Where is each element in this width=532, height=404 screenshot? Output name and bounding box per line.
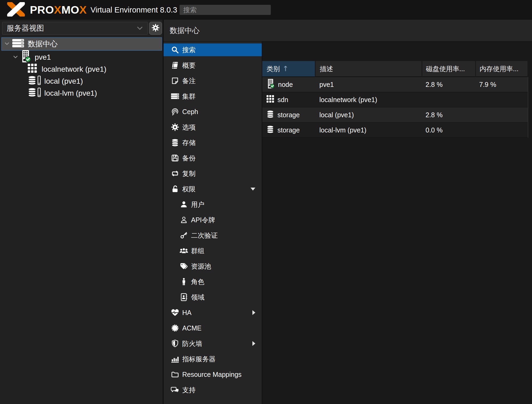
table-row[interactable]: sdn localnetwork (pve1) (262, 92, 528, 107)
tree-item-label: local-lvm (pve1) (44, 89, 97, 98)
node-building-check-icon (20, 50, 31, 64)
unlock-icon (170, 184, 180, 194)
search-input[interactable] (180, 5, 271, 15)
storage-drive-icon (28, 87, 41, 99)
sort-asc-icon: ↑ (283, 64, 289, 73)
node-building-check-icon (267, 79, 275, 90)
resource-tree-panel: 服务器视图 (0, 20, 163, 404)
collapse-arrow-icon[interactable] (251, 188, 255, 191)
tree-item-label: local (pve1) (44, 77, 83, 86)
address-book-icon (179, 292, 189, 302)
expand-arrow-icon[interactable] (252, 341, 255, 346)
database-icon (267, 110, 274, 120)
sdn-grid-icon (267, 95, 274, 104)
column-header-disk-usage[interactable]: 磁盘使用率... (422, 61, 475, 77)
menu-item-summary[interactable]: 概要 (164, 58, 262, 73)
menu-item-backup[interactable]: 备份 (164, 150, 262, 166)
search-results-table: 类别↑ 描述 磁盘使用率... 内存使用率... node pve1 2.8 %… (262, 61, 528, 138)
menu-item-firewall[interactable]: 防火墙 (164, 336, 262, 351)
tree-settings-button[interactable] (149, 22, 162, 35)
key-icon (179, 231, 189, 240)
version-label: Virtual Environment 8.0.3 (90, 6, 177, 14)
menu-item-ha[interactable]: HA (164, 305, 262, 320)
menu-item-groups[interactable]: 群组 (164, 243, 262, 258)
menu-item-realms[interactable]: 领域 (164, 289, 262, 305)
table-row[interactable]: node pve1 2.8 % 7.9 % (262, 77, 528, 92)
database-icon (170, 138, 180, 147)
menu-item-two-factor[interactable]: 二次验证 (164, 228, 262, 243)
expand-arrow-icon[interactable] (252, 310, 255, 315)
server-icon (170, 91, 180, 101)
search-icon (170, 45, 180, 55)
menu-item-acme[interactable]: ACME (164, 320, 262, 336)
menu-item-replication[interactable]: 复制 (164, 166, 262, 181)
tree-item-datacenter[interactable]: 数据中心 (1, 37, 162, 51)
page-title: 数据中心 (164, 20, 532, 42)
floppy-icon (170, 153, 180, 163)
view-selector[interactable]: 服务器视图 (2, 22, 148, 35)
caret-down-icon[interactable] (12, 53, 19, 62)
person-icon (179, 277, 189, 286)
retweet-icon (170, 169, 180, 178)
book-icon (170, 60, 180, 70)
menu-item-api-tokens[interactable]: API令牌 (164, 212, 262, 228)
gear-icon (170, 122, 180, 132)
bar-chart-icon (170, 354, 180, 364)
ceph-icon (170, 107, 180, 116)
resource-tree: 数据中心 (0, 37, 163, 99)
menu-item-search[interactable]: 搜索 (164, 42, 262, 58)
sdn-grid-icon (28, 64, 37, 75)
caret-down-icon[interactable] (4, 40, 10, 48)
shield-icon (170, 339, 180, 348)
menu-item-pools[interactable]: 资源池 (164, 258, 262, 274)
column-header-description[interactable]: 描述 (315, 61, 422, 77)
tags-icon (179, 261, 189, 271)
menu-item-notes[interactable]: 备注 (164, 73, 262, 88)
menu-item-ceph[interactable]: Ceph (164, 104, 262, 119)
table-row[interactable]: storage local-lvm (pve1) 0.0 % (262, 123, 528, 138)
tree-item-sdn-localnetwork[interactable]: localnetwork (pve1) (0, 63, 163, 75)
tree-item-node-pve1[interactable]: pve1 (0, 51, 163, 63)
folder-icon (170, 370, 180, 379)
menu-item-resource-mappings[interactable]: Resource Mappings (164, 367, 262, 382)
view-selector-value: 服务器视图 (7, 23, 44, 33)
column-header-memory-usage[interactable]: 内存使用率... (475, 61, 528, 77)
top-header: PROXMOX Virtual Environment 8.0.3 (0, 0, 532, 20)
database-icon (267, 125, 274, 135)
tree-item-label: 数据中心 (28, 39, 58, 49)
menu-item-support[interactable]: 支持 (164, 382, 262, 398)
menu-item-roles[interactable]: 角色 (164, 274, 262, 289)
menu-item-users[interactable]: 用户 (164, 197, 262, 212)
column-header-type[interactable]: 类别↑ (262, 61, 315, 77)
content-panel: 数据中心 搜索 概要 备注 集群 (163, 20, 532, 404)
user-icon (179, 200, 189, 209)
tree-item-label: localnetwork (pve1) (42, 65, 106, 74)
search-results-area: 类别↑ 描述 磁盘使用率... 内存使用率... node pve1 2.8 %… (262, 42, 532, 404)
menu-item-metric-server[interactable]: 指标服务器 (164, 351, 262, 367)
menu-item-storage[interactable]: 存储 (164, 135, 262, 150)
menu-item-options[interactable]: 选项 (164, 119, 262, 135)
seal-icon (170, 323, 180, 333)
comments-icon (170, 385, 180, 395)
gear-icon (152, 24, 160, 33)
tree-item-storage-local-lvm[interactable]: local-lvm (pve1) (0, 87, 163, 99)
user-outline-icon (179, 215, 189, 225)
tree-item-storage-local[interactable]: local (pve1) (0, 75, 163, 87)
brand-wordmark: PROXMOX (30, 4, 87, 16)
note-icon (170, 76, 180, 86)
menu-item-permissions[interactable]: 权限 (164, 181, 262, 197)
datacenter-menu: 搜索 概要 备注 集群 Ceph (164, 42, 262, 404)
menu-item-cluster[interactable]: 集群 (164, 88, 262, 104)
table-row[interactable]: storage local (pve1) 2.8 % (262, 107, 528, 123)
users-icon (179, 246, 189, 256)
chevron-down-icon (136, 24, 143, 33)
tree-item-label: pve1 (35, 53, 51, 62)
proxmox-logo-icon (4, 2, 28, 18)
storage-drive-icon (28, 75, 41, 87)
server-icon (12, 39, 24, 49)
heartbeat-icon (170, 308, 180, 317)
table-header-row: 类别↑ 描述 磁盘使用率... 内存使用率... (262, 61, 528, 77)
